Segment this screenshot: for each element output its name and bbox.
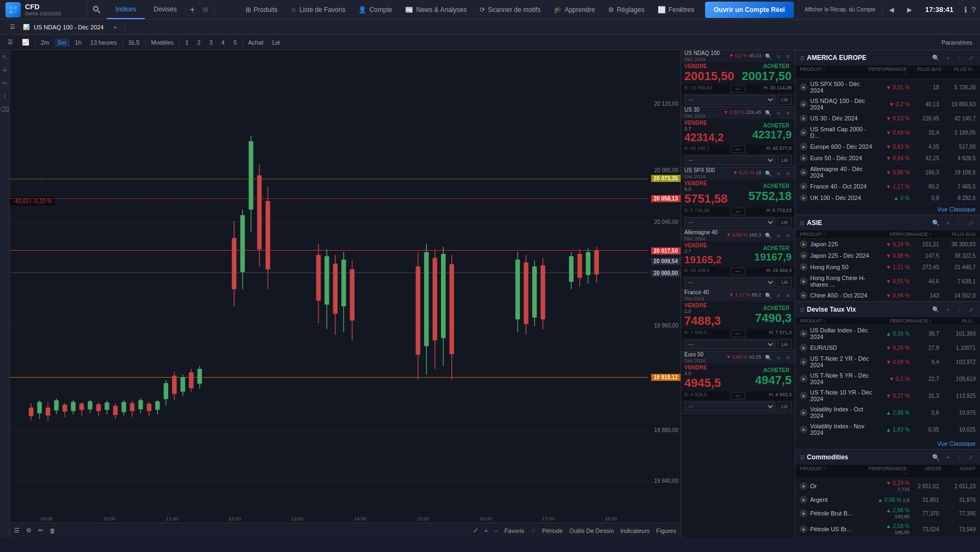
nasdq-order-select[interactable]: — [684,95,775,105]
produits-button[interactable]: ⊞ Produits [239,0,284,19]
chart-settings-btn[interactable]: ⚙ [26,527,32,534]
dax-close-btn[interactable]: ✕ [784,232,792,239]
asie-row[interactable]: ● Hong Kong Chine H-shares ... ▼ 0,55 % … [795,273,980,290]
us30-search-btn[interactable]: 🔍 [763,110,773,117]
chart-expand-btn[interactable]: ⤢ [473,527,478,534]
dax-linked-btn[interactable]: Lié [777,277,792,287]
dax-search-btn[interactable]: 🔍 [763,232,773,239]
achat-button[interactable]: Achat [245,37,267,48]
comm-more-btn[interactable]: ⋮ [954,453,964,462]
devise-vue-classique[interactable]: Vue Classique [795,438,980,449]
asie-row[interactable]: ● Japon 225 - Déc 2024 ▼ 0,38 % 147,5 38… [795,250,980,262]
ae-row[interactable]: ● Euro 50 - Déc 2024 ▼ 0,84 % 42,25 4 92… [795,153,980,164]
france40-close-btn[interactable]: ✕ [784,292,792,299]
asie-row[interactable]: ● Hong Kong 50 ▼ 1,21 % 272,45 21 440,7 [795,262,980,273]
nav-add-tab-button[interactable]: + [186,5,199,15]
ae-vue-classique[interactable]: Vue Classique [795,204,980,215]
indicateurs-bottom[interactable]: Indicateurs [621,527,650,534]
ae-row[interactable]: ● France 40 - Oct 2024 ▼ 1,17 % 89,2 7 4… [795,181,980,192]
recap-button[interactable]: Afficher le Récap. du Compte [798,0,882,19]
france40-settings-btn[interactable]: ≡ [775,292,782,299]
spx-close-btn[interactable]: ✕ [784,170,792,177]
comm-row[interactable]: ● Or ▼ 0,29 % 7,715 2 651,02 2 651,23 [795,478,980,494]
devise-row[interactable]: ● Volatility Index - Oct 2024 ▲ 2,98 % 0… [795,404,980,421]
favoris-bottom[interactable]: Favoris [505,527,524,534]
ae-row[interactable]: ● Europe 600 - Déc 2024 ▼ 0,83 % 4,35 51… [795,141,980,153]
euro50-order-select[interactable]: — [684,402,775,411]
info-icon[interactable]: ℹ [964,5,967,14]
question-icon[interactable]: ? [971,5,976,14]
params-button[interactable]: Paramètres [938,37,976,48]
periode-bottom[interactable]: Période [542,527,563,534]
comm-add-btn[interactable]: + [944,453,952,462]
ae-row[interactable]: ● US NDAQ 100 - Déc 2024 ▼ 0,2 % 40,13 1… [795,96,980,113]
nasdq-settings-btn[interactable]: ≡ [775,53,782,60]
comm-expand-icon[interactable]: ☰ [800,454,805,460]
search-button[interactable] [87,0,107,19]
asie-row[interactable]: ● Chine A50 - Oct 2024 ▼ 0,94 % 143 14 5… [795,290,980,301]
ae-more-btn[interactable]: ⋮ [954,53,964,63]
devise-add-btn[interactable]: + [944,305,952,314]
ae-row[interactable]: ● UK 100 - Déc 2024 ▲ 0 % 0,8 8 292,6 [795,192,980,204]
add-chart-button[interactable]: + [108,21,122,33]
asie-expand-icon[interactable]: ☰ [800,220,805,226]
chart-zoom-in[interactable]: + [485,527,488,534]
devise-row[interactable]: ● US T-Note 10 YR - Déc 2024 ▼ 0,27 % 31… [795,387,980,404]
us30-settings-btn[interactable]: ≡ [775,110,782,117]
open-account-button[interactable]: Ouvrir un Compte Réel [705,2,794,18]
ae-row[interactable]: ● Allemagne 40 - Déc 2024 ▼ 0,86 % 166,3… [795,164,980,181]
sidebar-pen-icon[interactable]: ✏ [1,78,9,88]
dax-settings-btn[interactable]: ≡ [775,232,782,239]
sidebar-draw-icon[interactable]: ⌇ [2,92,8,101]
compte-button[interactable]: 👤 Compte [352,0,399,19]
euro50-settings-btn[interactable]: ≡ [775,354,782,361]
spx-settings-btn[interactable]: ≡ [775,170,782,177]
news-button[interactable]: 📰 News & Analyses [399,0,473,19]
ae-add-btn[interactable]: + [944,53,952,63]
timeframe-1h[interactable]: 1h [72,38,85,47]
france40-search-btn[interactable]: 🔍 [763,292,773,299]
euro50-linked-btn[interactable]: Lié [777,402,792,411]
euro50-close-btn[interactable]: ✕ [784,354,792,361]
chart-draw-btn[interactable]: ✏ [38,527,43,534]
chart-menu-btn[interactable]: ☰ [14,527,20,534]
arrow-left-button[interactable]: ◀ [883,0,901,19]
comm-search-btn[interactable]: 🔍 [930,453,942,462]
asie-more-btn[interactable]: ⋮ [954,219,964,228]
devise-row[interactable]: ● US Dollar Index - Déc 2024 ▲ 0,39 % 39… [795,325,980,342]
dax-order-select[interactable]: — [684,277,775,287]
spx-search-btn[interactable]: 🔍 [763,170,773,177]
timeframe-2m[interactable]: 2m [38,38,52,47]
arrow-right-button[interactable]: ▶ [901,0,918,19]
chart-zoom-out[interactable]: − [494,527,498,534]
toolbar-menu-btn[interactable]: ☰ [4,37,16,48]
spx-linked-btn[interactable]: Lié [777,217,792,227]
devise-expand-icon[interactable]: ☰ [800,307,805,313]
devise-more-btn[interactable]: ⋮ [954,305,964,314]
ae-row[interactable]: ● US 30 - Déc 2024 ▼ 0,53 % 226,45 42 14… [795,113,980,124]
devise-expand-btn[interactable]: ⤢ [966,305,976,314]
sidebar-cursor-icon[interactable]: ↖ [1,52,9,62]
nav-extra-icon[interactable]: ⊞ [199,6,211,14]
num-4[interactable]: 4 [218,37,228,48]
comm-row[interactable]: ● Gaz Naturel ▲ 1,41 % 3,8 2,723 2,726 [795,537,980,538]
asie-search-btn[interactable]: 🔍 [930,219,942,228]
nav-tab-indices[interactable]: Indices [107,0,145,19]
asie-row[interactable]: ● Japon 225 ▼ 0,39 % 151,21 38 300,83 [795,239,980,250]
ae-row[interactable]: ● US Small Cap 2000 - D... ▼ 0,69 % 15,4… [795,124,980,141]
models-button[interactable]: Modèles [148,37,177,48]
num-3[interactable]: 3 [206,37,216,48]
ae-expand-btn[interactable]: ⤢ [966,53,976,63]
ae-row[interactable]: ● US SPX 500 - Déc 2024 ▼ 0,31 % 18 5 72… [795,79,980,96]
hamburger-btn[interactable]: ☰ [4,21,21,33]
chart-instrument-tab[interactable]: US NDAQ 100 - Déc 2024 [34,24,103,31]
lie-button[interactable]: Lié [269,37,284,48]
us30-close-btn[interactable]: ✕ [784,110,792,117]
toolbar-chart-type[interactable]: 📈 [19,37,33,48]
devise-row[interactable]: ● Volatility Index - Nov 2024 ▲ 1,83 % 0… [795,421,980,438]
nasdq-close-btn[interactable]: ✕ [784,53,792,60]
asie-add-btn[interactable]: + [944,219,952,228]
comm-row[interactable]: ● Argent ▲ 0,08 % 2,8 31,851 31,876 [795,494,980,506]
euro50-search-btn[interactable]: 🔍 [763,354,773,361]
sls-button[interactable]: SLS [125,37,143,48]
